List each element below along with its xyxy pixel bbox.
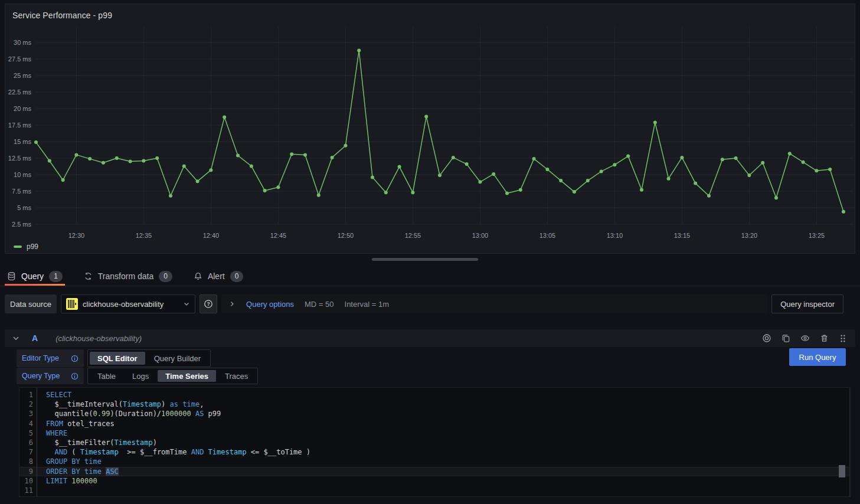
tab-transform-data[interactable]: Transform data 0 <box>81 267 175 286</box>
svg-text:12:55: 12:55 <box>405 232 421 239</box>
grafana-panel-edit: 12:3012:3512:4012:4512:5012:5513:0013:05… <box>0 0 860 504</box>
query-datasource-note: (clickhouse-observability) <box>55 334 142 343</box>
svg-text:13:10: 13:10 <box>607 232 623 239</box>
record-icon <box>762 333 771 343</box>
collapse-chevron-icon[interactable] <box>12 334 20 342</box>
editor-type-query-builder[interactable]: Query Builder <box>146 352 208 365</box>
query-options-toggle[interactable]: Query options <box>246 300 294 309</box>
svg-text:?: ? <box>207 301 210 307</box>
tab-query[interactable]: Query 1 <box>5 267 65 286</box>
svg-text:15 ms: 15 ms <box>14 138 31 145</box>
code-line-1: 1SELECT <box>19 390 850 400</box>
svg-text:10 ms: 10 ms <box>14 171 31 178</box>
svg-text:12:30: 12:30 <box>68 232 85 239</box>
svg-text:25 ms: 25 ms <box>14 72 31 79</box>
datasource-bar: Data source clickhouse-observability ? <box>5 294 843 313</box>
panel-title: Service Performance - p99 <box>12 11 112 20</box>
drag-handle-icon <box>839 334 847 343</box>
copy-icon <box>781 333 790 343</box>
svg-text:13:05: 13:05 <box>539 232 556 239</box>
query-ref-letter[interactable]: A <box>32 333 38 343</box>
code-line-9: 9ORDER BY time ASC <box>19 467 850 476</box>
editor-type-sql-editor[interactable]: SQL Editor <box>90 352 145 365</box>
drag-query-handle[interactable] <box>839 334 847 343</box>
line-number: 11 <box>19 486 33 495</box>
svg-text:12:45: 12:45 <box>270 232 287 239</box>
editor-type-row: Editor Type SQL Editor Query Builder <box>17 349 211 367</box>
max-data-points-value: MD = 50 <box>305 300 334 309</box>
question-circle-icon: ? <box>204 299 213 309</box>
trash-icon <box>820 333 829 343</box>
tab-count-badge: 1 <box>49 271 63 282</box>
query-type-group: Table Logs Time Series Traces <box>87 368 258 384</box>
database-icon <box>7 271 16 281</box>
svg-text:13:20: 13:20 <box>741 232 758 239</box>
code-line-8: 8GROUP BY time <box>19 457 850 466</box>
svg-text:17.5 ms: 17.5 ms <box>8 122 32 129</box>
resize-handle[interactable] <box>372 258 478 261</box>
datasource-label: Data source <box>5 294 57 313</box>
datasource-picker[interactable]: clickhouse-observability <box>61 294 195 313</box>
chevron-right-icon <box>228 300 236 307</box>
editor-type-label: Editor Type <box>17 349 84 367</box>
line-number: 1 <box>19 390 33 400</box>
svg-text:2.5 ms: 2.5 ms <box>12 221 32 228</box>
datasource-help-button[interactable]: ? <box>200 294 217 313</box>
editor-scrollbar-thumb[interactable] <box>839 465 845 477</box>
svg-text:12:40: 12:40 <box>203 232 220 239</box>
svg-text:7.5 ms: 7.5 ms <box>12 188 32 195</box>
legend-series-label[interactable]: p99 <box>27 243 38 251</box>
query-type-table[interactable]: Table <box>90 370 123 382</box>
tab-label: Query <box>21 271 44 281</box>
chevron-down-icon <box>183 300 190 307</box>
record-query-button[interactable] <box>762 333 771 343</box>
code-line-10: 10LIMIT 100000 <box>19 476 850 486</box>
query-type-label: Query Type <box>17 368 84 384</box>
tab-bar: Query 1 Transform data 0 A <box>0 267 860 286</box>
hide-response-button[interactable] <box>800 333 810 343</box>
remove-query-button[interactable] <box>820 333 829 343</box>
code-line-7: 7 AND ( Timestamp >= $__fromTime AND Tim… <box>19 447 850 457</box>
run-query-button[interactable]: Run Query <box>789 348 846 366</box>
editor-right-ruler <box>849 388 850 496</box>
svg-text:30 ms: 30 ms <box>14 39 31 46</box>
datasource-name: clickhouse-observability <box>83 300 178 309</box>
svg-text:27.5 ms: 27.5 ms <box>8 55 32 63</box>
query-inspector-button[interactable]: Query inspector <box>771 294 843 313</box>
line-number: 4 <box>19 419 33 428</box>
transform-icon <box>84 271 93 281</box>
timeseries-panel: 12:3012:3512:4012:4512:5012:5513:0013:05… <box>5 4 855 254</box>
editor-type-group: SQL Editor Query Builder <box>87 349 211 367</box>
query-type-row: Query Type Table Logs Time Series Traces <box>17 368 258 384</box>
tab-count-badge: 0 <box>230 271 244 282</box>
line-number: 6 <box>19 438 33 447</box>
code-line-4: 4FROM otel_traces <box>19 419 850 428</box>
svg-text:12:50: 12:50 <box>338 232 354 239</box>
duplicate-query-button[interactable] <box>781 333 790 343</box>
query-type-logs[interactable]: Logs <box>125 370 156 382</box>
svg-text:5 ms: 5 ms <box>17 204 31 211</box>
svg-text:22.5 ms: 22.5 ms <box>8 89 32 96</box>
query-row-header: A (clickhouse-observability) <box>5 329 855 347</box>
legend-series-marker <box>14 246 22 248</box>
svg-text:20 ms: 20 ms <box>14 105 31 112</box>
svg-text:12:35: 12:35 <box>136 232 152 239</box>
svg-text:13:00: 13:00 <box>472 232 489 239</box>
line-number: 3 <box>19 409 33 418</box>
svg-text:12.5 ms: 12.5 ms <box>8 155 32 162</box>
query-type-time-series[interactable]: Time Series <box>158 370 216 382</box>
query-type-traces[interactable]: Traces <box>217 370 256 382</box>
sql-code-lines: 1SELECT2 $__timeInterval(Timestamp) as t… <box>19 390 850 495</box>
code-line-11: 11 <box>19 486 850 495</box>
clickhouse-icon <box>66 298 78 310</box>
timeseries-chart[interactable]: 12:3012:3512:4012:4512:5012:5513:0013:05… <box>5 4 856 240</box>
tab-alert[interactable]: Alert 0 <box>191 267 246 286</box>
code-line-3: 3 quantile(0.99)(Duration)/1000000 AS p9… <box>19 409 850 418</box>
tab-label: Alert <box>208 271 225 281</box>
sql-editor[interactable]: 1SELECT2 $__timeInterval(Timestamp) as t… <box>19 387 851 497</box>
line-number: 5 <box>19 428 33 438</box>
info-circle-icon[interactable] <box>71 372 79 380</box>
info-circle-icon[interactable] <box>71 355 79 362</box>
line-number: 8 <box>19 457 33 466</box>
code-line-5: 5WHERE <box>19 428 850 438</box>
